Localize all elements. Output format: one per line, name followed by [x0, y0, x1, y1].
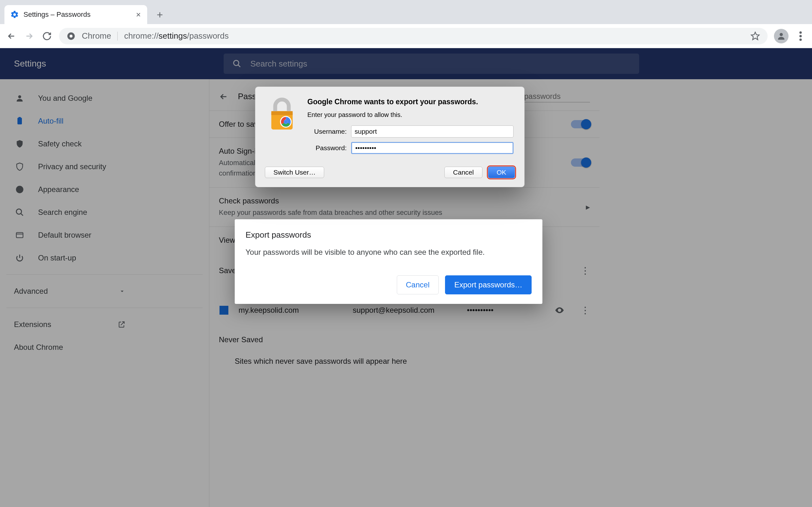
browser-toolbar: Chrome chrome://settings/passwords	[0, 24, 812, 48]
kebab-menu-icon[interactable]	[795, 31, 806, 42]
username-input[interactable]	[351, 125, 513, 137]
new-tab-button[interactable]: +	[152, 7, 167, 22]
browser-tab[interactable]: Settings – Passwords ×	[4, 5, 147, 24]
svg-point-18	[284, 120, 288, 124]
tab-strip: Settings – Passwords × +	[0, 0, 812, 24]
auth-ok-button[interactable]: OK	[488, 167, 515, 178]
address-bar[interactable]: Chrome chrome://settings/passwords	[59, 28, 768, 44]
profile-avatar[interactable]	[774, 29, 789, 43]
svg-rect-14	[271, 111, 293, 115]
svg-point-3	[799, 32, 802, 34]
password-input[interactable]	[351, 142, 513, 154]
svg-point-2	[780, 33, 783, 36]
export-dialog-body: Your passwords will be visible to anyone…	[246, 247, 531, 258]
export-dialog-title: Export passwords	[246, 230, 531, 240]
password-label: Password:	[307, 144, 347, 152]
reload-button[interactable]	[41, 31, 53, 42]
export-passwords-dialog: Export passwords Your passwords will be …	[235, 219, 542, 304]
url-origin-label: Chrome	[82, 31, 111, 41]
close-icon[interactable]: ×	[136, 10, 141, 19]
svg-point-4	[799, 35, 802, 38]
auth-title: Google Chrome wants to export your passw…	[307, 98, 513, 106]
auth-subtitle: Enter your password to allow this.	[307, 111, 513, 118]
svg-point-1	[69, 35, 72, 38]
os-auth-dialog: Google Chrome wants to export your passw…	[255, 87, 525, 187]
lock-icon	[266, 98, 298, 158]
divider	[117, 32, 118, 41]
chrome-icon	[67, 32, 75, 41]
auth-cancel-button[interactable]: Cancel	[444, 167, 482, 178]
switch-user-button[interactable]: Switch User…	[265, 167, 324, 178]
forward-button[interactable]	[23, 31, 35, 42]
export-confirm-button[interactable]: Export passwords…	[445, 275, 531, 294]
bookmark-star-icon[interactable]	[751, 32, 760, 41]
svg-point-5	[799, 38, 802, 41]
username-label: Username:	[307, 128, 347, 135]
gear-icon	[10, 10, 19, 19]
export-cancel-button[interactable]: Cancel	[397, 275, 439, 294]
tab-title: Settings – Passwords	[23, 10, 132, 19]
url-text: chrome://settings/passwords	[124, 31, 229, 41]
back-button[interactable]	[6, 31, 17, 42]
